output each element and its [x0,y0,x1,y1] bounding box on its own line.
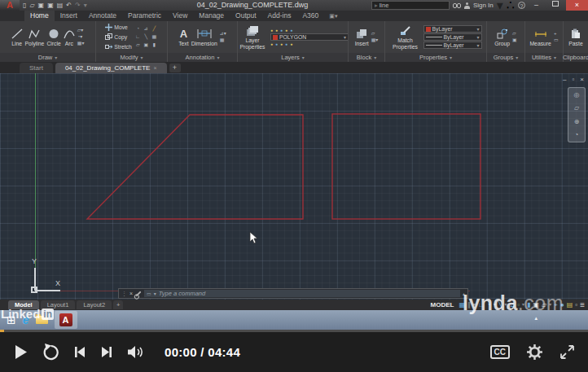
tab-output[interactable]: Output [230,11,262,21]
layer-dropdown[interactable]: POLYGON ▾ [270,33,348,41]
stretch-tool[interactable]: Stretch [105,42,132,51]
circle-tool[interactable]: Circle [46,28,60,46]
command-customize-icon[interactable] [136,291,142,296]
new-drawing-tab-button[interactable]: + [169,63,181,72]
zoom-extents-icon[interactable]: ⊕ [574,118,580,125]
table-tool-icon[interactable]: ▦ [220,37,225,43]
match-properties-tool[interactable]: Match Properties [390,24,421,49]
explode-tool-icon[interactable]: ▦ [151,34,156,40]
tab-addins[interactable]: Add-ins [262,11,297,21]
layers-panel-label[interactable]: Layers ▾ [238,53,348,62]
properties-panel-label[interactable]: Properties ▾ [385,53,486,62]
layer-thaw-icon[interactable]: ● [290,42,292,46]
text-tool[interactable]: A Text [178,28,188,46]
edit-block-icon[interactable]: ▦▾ [371,37,379,43]
open-file-icon[interactable]: ▱ [29,0,34,11]
drawing-canvas[interactable]: Y X – ▫ × ◎ ▱ ⊕ ◔ ⋮ × ▭ ▾ Type a command [0,73,588,300]
layer-plot-icon[interactable]: ● [285,28,287,33]
tab-manage[interactable]: Manage [193,11,230,21]
fillet-tool-icon[interactable]: ∟ [135,34,140,40]
polyline-tool[interactable]: Polyline [25,28,45,46]
recent-commands-caret-icon[interactable]: ▾ [154,291,156,296]
previous-button[interactable] [73,345,86,359]
arc-tool[interactable]: Arc [64,28,75,46]
closed-captions-button[interactable]: CC [490,345,510,359]
rectangle-shape[interactable] [332,114,480,219]
tab-insert[interactable]: Insert [55,11,83,21]
volume-button[interactable] [127,345,146,359]
scale-tool-icon[interactable]: ▱ [136,42,140,48]
line-tool[interactable]: Line [11,28,23,46]
autocad-logo-icon[interactable]: A [0,0,20,11]
file-tab-start[interactable]: Start [20,63,53,73]
layer-prev-icon[interactable]: ● [280,42,283,46]
move-tool[interactable]: Move [105,23,128,32]
recent-commands-icon[interactable]: ▭ [147,291,151,296]
play-button[interactable] [13,344,29,361]
linetype-dropdown[interactable]: ByLayer ▾ [423,42,482,49]
help-search-input[interactable]: ▸ line [371,1,450,10]
show-hidden-icons[interactable]: ▴ [534,315,538,322]
array-tool-icon[interactable]: ▣ [143,42,148,48]
trim-tool-icon[interactable]: ╲ [144,34,147,40]
ribbon-display-toggle-icon[interactable]: ▣▾ [329,11,337,21]
annotation-panel-label[interactable]: Annotation ▾ [168,53,237,62]
undo-icon[interactable]: ↶ [66,0,72,11]
clean-screen-icon[interactable]: ▫ [575,300,577,310]
doc-restore-button[interactable]: ▫ [572,76,574,83]
dimension-tool[interactable]: Dimension [191,28,217,46]
customization-menu-icon[interactable]: ≡ [580,300,585,310]
modify-panel-label[interactable]: Modify ▾ [96,53,167,62]
sign-in-button[interactable]: Sign In [473,2,494,9]
layer-match-icon[interactable]: ● [275,42,278,46]
layer-on-icon[interactable]: ● [270,28,273,33]
save-as-icon[interactable]: ▣ [47,0,54,11]
erase-tool-icon[interactable]: ╱ [152,26,156,32]
groups-panel-label[interactable]: Groups ▾ [487,53,524,62]
steering-wheel-icon[interactable]: ◎ [574,91,580,98]
leader-tool-icon[interactable]: ⊿▾ [220,31,226,37]
layer-isolate-icon[interactable]: ● [290,28,292,33]
new-file-icon[interactable]: ▯ [23,0,26,11]
command-grip-icon[interactable]: ⋮ [121,291,127,297]
close-button[interactable]: × [566,0,588,11]
layer-freeze-icon[interactable]: ● [275,28,278,33]
layer-walk-icon[interactable]: ● [285,42,287,46]
tab-view[interactable]: View [167,11,193,21]
layout2-tab[interactable]: Layout2 [77,300,112,309]
autocad-taskbar-slot[interactable]: A [55,311,77,329]
search-icon[interactable] [453,3,461,8]
layer-off-icon[interactable]: ● [270,42,273,46]
id-point-icon[interactable]: ▭ [554,37,559,43]
insert-tool[interactable]: Insert [355,28,369,46]
ungroup-icon[interactable]: ▱ [512,31,516,37]
quick-select-icon[interactable]: + [554,31,557,37]
group-tool[interactable]: Group [494,28,510,46]
help-icon[interactable]: ? [518,2,525,9]
tab-home[interactable]: Home [24,11,55,21]
redo-icon[interactable]: ↷ [75,0,81,11]
doc-minimize-button[interactable]: – [563,76,566,83]
replay-button[interactable] [42,344,59,361]
command-input[interactable]: ▭ ▾ Type a command [144,290,460,297]
tab-close-icon[interactable]: × [153,63,156,73]
pan-icon[interactable]: ▱ [574,104,579,112]
tab-a360[interactable]: A360 [296,11,324,21]
save-icon[interactable]: ▣ [38,0,45,11]
group-edit-icon[interactable]: ▣ [512,37,517,43]
next-button[interactable] [100,345,113,359]
plot-icon[interactable]: ▤ [57,0,64,11]
command-line[interactable]: ⋮ × ▭ ▾ Type a command ▴ [118,288,468,299]
command-close-icon[interactable]: × [129,291,133,296]
measure-tool[interactable]: Measure [529,28,551,46]
model-space-badge[interactable]: MODEL [431,300,454,310]
draw-panel-label[interactable]: Draw ▾ [0,53,95,62]
hatch-tool-icon[interactable]: ▦▾ [77,41,85,46]
utilities-panel-label[interactable]: Utilities ▾ [525,53,563,62]
rotate-tool-icon[interactable]: ◔ [136,26,139,32]
sign-in-caret-icon[interactable]: ▾ [497,0,503,11]
hardware-acceleration-icon[interactable]: ▤ [567,300,573,310]
orbit-icon[interactable]: ◔ [575,131,579,138]
rectangle-tool-icon[interactable]: ▱▾ [77,28,84,33]
tab-annotate[interactable]: Annotate [83,11,122,21]
